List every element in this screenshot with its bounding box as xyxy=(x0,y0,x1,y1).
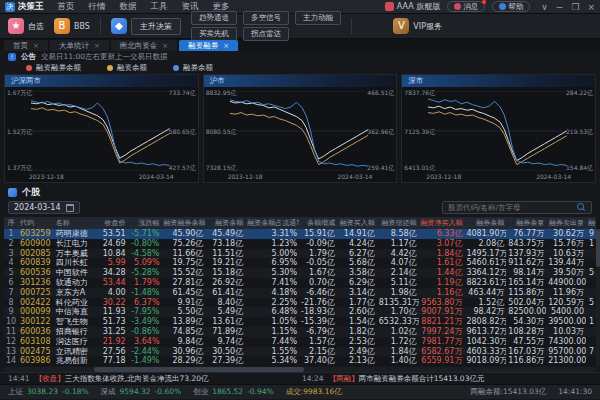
column-header[interactable]: 融券余量 xyxy=(506,217,546,229)
menu-tools[interactable]: 工具 xyxy=(151,1,168,13)
calendar-icon xyxy=(66,204,74,212)
main-force-button[interactable]: 主力动能 xyxy=(295,11,341,25)
column-header[interactable]: 收盘价 xyxy=(98,217,128,229)
column-header[interactable]: 名称 xyxy=(54,217,98,229)
menu-quotes[interactable]: 行情 xyxy=(89,1,106,13)
table-row[interactable]: 11600036招商银行31.25-0.86%74.85亿71.89亿1.15%… xyxy=(4,327,596,337)
tab-big-orders[interactable]: 大单统计× xyxy=(50,40,109,51)
table-cell: 30.96亿 xyxy=(161,347,205,357)
table-cell: 843.75万 xyxy=(506,239,546,249)
table-cell: 8.58亿 xyxy=(377,229,419,239)
menu-data[interactable]: 数据 xyxy=(120,1,137,13)
long-short-signal-button[interactable]: 多空信号 xyxy=(243,11,289,25)
index-chinext[interactable]: 创业 1865.52 -0.94% xyxy=(193,387,274,397)
table-row[interactable]: 9000099中信海直11.93-7.95%5.50亿5.49亿6.48%-18… xyxy=(4,307,596,317)
help-icon xyxy=(499,3,506,10)
stock-search[interactable] xyxy=(442,201,592,214)
column-header[interactable]: 融券卖出量 xyxy=(546,217,586,229)
table-cell: 3364.12万 xyxy=(464,268,506,278)
column-header[interactable]: 融资买入额 xyxy=(337,217,377,229)
index-shanghai[interactable]: 上证 3038.23 -0.18% xyxy=(8,387,89,397)
vip-button[interactable]: V VIP服务 xyxy=(393,18,442,34)
close-icon[interactable]: × xyxy=(33,42,39,50)
messages-button[interactable]: 消息 xyxy=(447,1,485,12)
table-cell: 3.07亿 xyxy=(419,239,465,249)
column-header[interactable]: 融券偿还量 xyxy=(586,217,596,229)
table-row[interactable]: 8002422科伦药业30.226.37%9.91亿8.40亿2.25%-21.… xyxy=(4,298,596,308)
close-icon[interactable]: × xyxy=(162,42,168,50)
bbs-button[interactable]: B BBS xyxy=(54,18,90,34)
buy-sell-timing-button[interactable]: 买卖先机 xyxy=(191,27,237,41)
table-row[interactable]: 6301236软通动力53.441.79%27.81亿26.92亿7.41%0.… xyxy=(4,278,596,288)
tab-margin-trading[interactable]: 融资融券× xyxy=(179,40,238,51)
column-header[interactable]: 融资余额 xyxy=(205,217,245,229)
close-icon[interactable]: × xyxy=(223,42,229,50)
table-cell: 53.51 xyxy=(98,229,128,239)
table-cell: 13.89亿 xyxy=(161,317,205,327)
table-cell: 002475 xyxy=(18,347,54,357)
maximize-button[interactable]: ❐ xyxy=(571,2,579,12)
menu-home[interactable]: 首页 xyxy=(58,1,75,13)
chart-shanghai[interactable]: 沪市 8832.95亿 8080.55亿 7328.15亿 466.51亿 36… xyxy=(203,74,398,183)
watchlist-button[interactable]: ★ 自选 xyxy=(8,18,44,34)
table-cell xyxy=(586,288,596,298)
table-cell: 98.14万 xyxy=(506,268,546,278)
vertical-scrollbar[interactable] xyxy=(596,229,600,366)
chart-both-markets[interactable]: 沪深两市 1.67万亿 1.52万亿 1.37万亿 733.74亿 580.65… xyxy=(4,74,199,183)
table-cell: -1.48% xyxy=(128,288,162,298)
table-row[interactable]: 13002475立讯精密27.56-2.44%30.96亿30.50亿1.55%… xyxy=(4,347,596,357)
table-cell: -7.95% xyxy=(128,307,162,317)
table-cell: 9.84亿 xyxy=(161,337,205,347)
column-header[interactable]: 涨跌幅 xyxy=(128,217,162,229)
scrollbar-thumb[interactable] xyxy=(94,367,304,372)
account-badge[interactable]: AAA 旗舰版 xyxy=(385,1,440,12)
table-cell: -5.28% xyxy=(128,268,162,278)
column-header[interactable]: 融资偿还额 xyxy=(377,217,419,229)
table-row[interactable]: 12603108润达医疗21.923.64%9.84亿9.74亿7.44%1.5… xyxy=(4,337,596,347)
tab-northbound-funds[interactable]: 南北向资金× xyxy=(111,40,177,51)
table-row[interactable]: 2600900长江电力24.69-0.80%75.26亿73.18亿1.23%-… xyxy=(4,239,596,249)
pivot-radar-button[interactable]: 拐点雷达 xyxy=(243,27,289,41)
collapse-button[interactable]: ∨ xyxy=(541,2,548,12)
table-row[interactable]: 1603259药明康德53.51-5.71%45.90亿45.49亿3.31%1… xyxy=(4,229,596,239)
ticker-item[interactable]: 14:24 【两融】两市融资融券余额合计15413.03亿元 xyxy=(302,374,592,384)
column-header[interactable]: 融资净买入额↓ xyxy=(419,217,465,229)
table-cell: 6.29亿 xyxy=(337,278,377,288)
y-axis-label: 427.57亿 xyxy=(169,164,196,173)
column-header[interactable]: 融券余额 xyxy=(464,217,506,229)
decision-button[interactable]: ◆ 主升决策 xyxy=(111,18,181,35)
date-picker[interactable]: 2024-03-14 xyxy=(8,201,80,214)
table-cell: 1.57亿 xyxy=(299,337,337,347)
search-input[interactable] xyxy=(448,203,573,212)
column-header[interactable]: 代码 xyxy=(18,217,54,229)
table-cell: 6.33亿 xyxy=(419,229,465,239)
search-icon[interactable] xyxy=(577,203,586,212)
horizontal-scrollbar[interactable] xyxy=(4,367,596,372)
table-cell: 98.42万 xyxy=(464,307,506,317)
table-cell: 3.64% xyxy=(128,337,162,347)
table-row[interactable]: 7000725京东方A4.00-1.48%61.45亿61.41亿4.18%-6… xyxy=(4,288,596,298)
table-row[interactable]: 5600536中国软件34.28-5.28%15.52亿15.18亿5.30%1… xyxy=(4,268,596,278)
scrollbar-thumb[interactable] xyxy=(596,229,600,267)
minimize-button[interactable]: − xyxy=(556,2,564,12)
table-row[interactable]: 14603986兆易创新77.18-1.49%28.29亿27.39亿5.34%… xyxy=(4,356,596,366)
chart-shenzhen[interactable]: 深市 7837.76亿 7125.39亿 6413.01亿 284.22亿 21… xyxy=(401,74,596,183)
column-header[interactable]: 融资融券余额 xyxy=(161,217,205,229)
help-button[interactable]: 帮助 xyxy=(492,1,530,12)
trend-channel-button[interactable]: 趋势通道 xyxy=(191,11,237,25)
table-row[interactable]: 10300122智飞生物51.73-3.49%13.89亿13.61亿1.05%… xyxy=(4,317,596,327)
table-cell: -18.93亿 xyxy=(299,307,337,317)
tab-home[interactable]: 首页× xyxy=(4,40,48,51)
stocks-section-header: 个股 xyxy=(0,185,600,199)
table-cell: 95700.00 xyxy=(546,347,586,357)
column-header[interactable]: 序 xyxy=(4,217,18,229)
table-row[interactable]: 4600839四川长虹5.995.09%19.75亿19.21亿6.95%-0.… xyxy=(4,258,596,268)
close-icon[interactable]: × xyxy=(94,42,100,50)
index-shenzhen[interactable]: 深成 9594.32 -0.60% xyxy=(101,387,182,397)
ticker-item[interactable]: 14:41 【收盘】三大指数集体收跌,北向资金净流出73.20亿 xyxy=(8,374,298,384)
table-row[interactable]: 3002085万丰奥威10.84-4.58%11.66亿11.51亿5.00%1… xyxy=(4,249,596,259)
table-cell: 5 xyxy=(4,268,18,278)
column-header[interactable]: 融资余额占流通市值比 xyxy=(245,217,299,229)
close-button[interactable]: × xyxy=(587,2,595,12)
column-header[interactable]: 余额增减 xyxy=(299,217,337,229)
